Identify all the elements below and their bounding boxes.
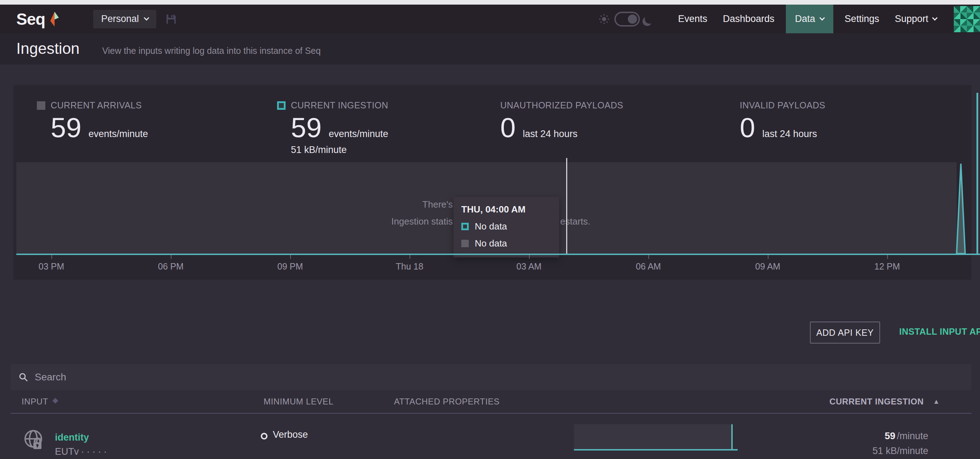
tooltip-row-ingestion: No data: [461, 221, 550, 232]
stat-unit: last 24 hours: [762, 129, 817, 140]
dark-mode-toggle[interactable]: [614, 12, 640, 27]
ingestion-overview-panel: CURRENT ARRIVALS 59 events/minute CURREN…: [13, 85, 972, 280]
column-header-attached-properties[interactable]: ATTACHED PROPERTIES: [394, 397, 500, 407]
page-content: CURRENT ARRIVALS 59 events/minute CURREN…: [0, 65, 980, 459]
row-current-rate: 59 /minute: [822, 430, 928, 442]
stat-unit: events/minute: [89, 129, 148, 140]
arrivals-series-swatch: [461, 240, 469, 247]
x-axis-label: 06 AM: [636, 261, 661, 272]
chevron-down-icon: [819, 15, 825, 21]
x-axis-label: 06 PM: [158, 261, 183, 272]
toggle-knob: [628, 14, 637, 24]
column-header-input[interactable]: INPUT: [22, 397, 48, 407]
tooltip-value: No data: [475, 221, 507, 232]
nav-settings[interactable]: Settings: [845, 13, 880, 24]
ingestion-legend-swatch[interactable]: [277, 101, 286, 110]
x-axis-tick: [171, 255, 172, 259]
workspace-label: Personal: [101, 13, 139, 24]
x-axis-tick: [887, 255, 888, 259]
page-title: Ingestion: [16, 40, 80, 57]
add-api-key-button[interactable]: ADD API KEY: [810, 322, 880, 343]
sparkline-baseline: [574, 449, 738, 451]
minimum-level-value: Verbose: [273, 429, 308, 440]
stat-current-ingestion: CURRENT INGESTION 59 events/minute 51 kB…: [277, 100, 388, 156]
workspace-selector[interactable]: Personal: [93, 10, 156, 29]
x-axis-tick: [51, 255, 52, 259]
stat-secondary: 51 kB/minute: [291, 145, 388, 156]
search-icon: [18, 372, 29, 382]
x-axis-tick: [410, 255, 410, 259]
verbose-level-icon: [261, 433, 267, 440]
seq-ingestion-screen: Seq Personal: [0, 0, 980, 459]
nav-support[interactable]: Support: [895, 13, 937, 24]
page-subtitle: View the inputs writing log data into th…: [102, 46, 321, 56]
theme-switcher: [599, 12, 654, 27]
navbar-right-cluster: Events Dashboards Data Settings Support: [599, 5, 980, 33]
column-header-minimum-level[interactable]: MINIMUM LEVEL: [264, 397, 333, 407]
nav-support-label: Support: [895, 13, 928, 24]
x-axis-tick: [768, 255, 768, 259]
x-axis-label: Thu 18: [396, 261, 423, 272]
x-axis-tick: [648, 255, 649, 259]
seq-flame-icon: [50, 11, 59, 27]
x-axis-tick: [290, 255, 291, 259]
nav-data-selected[interactable]: Data: [786, 5, 833, 33]
globe-lock-icon: [23, 429, 45, 452]
chevron-down-icon: [932, 15, 938, 21]
top-navbar: Seq Personal: [0, 5, 980, 33]
sun-icon: [599, 14, 609, 24]
search-input[interactable]: [35, 372, 972, 383]
stat-label: INVALID PAYLOADS: [740, 100, 825, 111]
column-header-current-ingestion[interactable]: CURRENT INGESTION ▲: [829, 397, 940, 407]
chart-baseline-series-line: [16, 254, 980, 255]
moon-icon: [643, 13, 655, 25]
stat-label: UNAUTHORIZED PAYLOADS: [500, 100, 623, 111]
api-key-token: EUTv·····: [55, 446, 109, 457]
x-axis-label: 09 PM: [277, 261, 303, 272]
seq-logo[interactable]: Seq: [16, 10, 59, 29]
brand-name: Seq: [16, 10, 45, 29]
stat-unit: last 24 hours: [523, 129, 578, 140]
x-axis-label: 09 AM: [756, 261, 781, 272]
arrivals-legend-swatch[interactable]: [37, 101, 45, 110]
nav-dashboards[interactable]: Dashboards: [723, 13, 775, 24]
stat-value: 59: [291, 113, 322, 142]
column-header-label: CURRENT INGESTION: [829, 397, 924, 407]
sort-ascending-icon: ▲: [933, 398, 940, 405]
sparkline-background: [574, 424, 733, 451]
chart-empty-message-line1: There's: [422, 199, 453, 210]
stat-unit: events/minute: [329, 129, 388, 140]
rate-value: 59: [885, 430, 895, 441]
row-current-volume: 51 kB/minute: [822, 446, 928, 456]
chart-empty-message-line2-right: estarts.: [560, 216, 590, 227]
stat-label: CURRENT INGESTION: [291, 100, 388, 111]
x-axis-label: 03 PM: [39, 261, 64, 272]
user-avatar[interactable]: [954, 6, 980, 32]
ingestion-series-swatch: [461, 223, 469, 230]
stat-unauthorized-payloads: UNAUTHORIZED PAYLOADS 0 last 24 hours: [500, 100, 623, 142]
chart-empty-message-line2-left: Ingestion statis: [391, 216, 453, 227]
window-chrome-strip: [0, 0, 980, 5]
tooltip-value: No data: [475, 238, 507, 249]
rate-unit: /minute: [897, 430, 928, 441]
token-prefix: EUTv: [55, 446, 79, 457]
input-name-link[interactable]: identity: [55, 432, 89, 443]
token-mask-dots: ·····: [81, 446, 110, 457]
chart-tooltip: THU, 04:00 AM No data No data: [453, 197, 559, 257]
stat-invalid-payloads: INVALID PAYLOADS 0 last 24 hours: [740, 100, 825, 142]
row-ingestion-sparkline: [574, 424, 738, 452]
chevron-down-icon: [144, 15, 150, 21]
tooltip-timestamp: THU, 04:00 AM: [461, 204, 550, 215]
nav-events[interactable]: Events: [678, 13, 708, 24]
x-axis-label: 12 PM: [874, 261, 900, 272]
install-input-apps-link[interactable]: INSTALL INPUT APPS: [899, 327, 980, 337]
tooltip-row-arrivals: No data: [461, 238, 550, 249]
ingestion-spike-clipped-at-edge: [977, 93, 978, 254]
table-header-divider: [11, 413, 972, 414]
stat-value: 59: [51, 113, 81, 142]
save-view-icon[interactable]: [165, 13, 177, 25]
stat-value: 0: [740, 113, 755, 142]
api-key-diamond-icon: ◆: [52, 396, 58, 405]
chart-crosshair-line: [566, 158, 567, 254]
stat-value: 0: [500, 113, 515, 142]
